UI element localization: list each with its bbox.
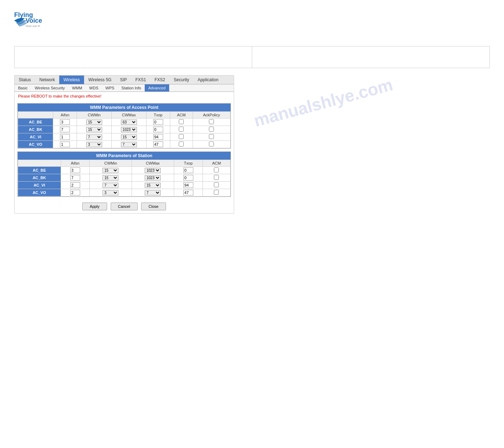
ap-acvi-cwmax[interactable]: 1573163 — [121, 134, 137, 140]
watermark: manualshlye.com — [252, 75, 395, 131]
tab-status[interactable]: Status — [15, 76, 35, 84]
ap-acvo-label: AC_VO — [18, 141, 53, 148]
ap-acbe-txop[interactable] — [153, 119, 163, 125]
wmm-sta-section: WMM Parameters of Station Aifsn CWMin CW… — [17, 151, 231, 197]
ap-acvi-acm-cell — [170, 133, 193, 141]
ap-acvo-aifsn[interactable] — [60, 142, 70, 147]
subtab-wds[interactable]: WDS — [86, 84, 102, 92]
ap-acvi-ackpolicy[interactable] — [209, 134, 214, 139]
ap-acvi-label: AC_VI — [18, 133, 53, 141]
tab-security[interactable]: Security — [170, 76, 193, 84]
ap-acvi-acm[interactable] — [179, 134, 184, 139]
ap-acbe-cwmin[interactable]: 157331631272555111023 — [86, 120, 102, 125]
tab-fxs2[interactable]: FXS2 — [150, 76, 170, 84]
sta-acvo-acm[interactable] — [214, 190, 219, 195]
reboot-notice: Please REBOOT to make the changes effect… — [15, 92, 234, 100]
sta-acbk-cwmax[interactable]: 1023511 — [145, 175, 161, 181]
subtab-advanced[interactable]: Advanced — [145, 84, 169, 92]
sta-acvi-cwmin[interactable]: 7315 — [103, 183, 118, 188]
ap-row-acvi: AC_VI 731531 1573163 — [18, 133, 231, 141]
ap-col-txop: Txop — [146, 112, 170, 118]
sta-acvi-aifsn[interactable] — [70, 182, 80, 188]
ap-acvi-ackpolicy-cell — [193, 133, 230, 141]
ap-acbk-txop[interactable] — [153, 127, 163, 132]
sta-acbk-aifsn[interactable] — [70, 175, 80, 181]
ap-acbk-ackpolicy[interactable] — [209, 127, 214, 132]
sta-acbk-aifsn-cell — [61, 174, 89, 182]
ap-acbk-ackpolicy-cell — [193, 126, 230, 133]
subtab-wps[interactable]: WPS — [102, 84, 118, 92]
sta-acbk-txop[interactable] — [183, 175, 193, 181]
wmm-ap-table: Aifsn CWMin CWMax Txop ACM AckPolicy AC_… — [18, 111, 231, 148]
sta-acvi-aifsn-cell — [61, 182, 89, 189]
tab-fxs1[interactable]: FXS1 — [131, 76, 150, 84]
sta-acbk-cwmax-cell: 1023511 — [132, 174, 174, 182]
subtab-basic[interactable]: Basic — [15, 84, 31, 92]
ap-row-acbe: AC_BE 157331631272555111023 631531127255… — [18, 118, 231, 126]
sta-acvi-cwmax-cell: 15731 — [132, 182, 174, 189]
sta-acbe-cwmax-cell: 102363127 — [132, 167, 174, 174]
sta-acvo-txop[interactable] — [183, 190, 193, 195]
ap-acvo-ackpolicy[interactable] — [209, 142, 214, 146]
sta-acvi-acm[interactable] — [214, 182, 219, 187]
logo: Flying Voice Voice over IP — [14, 7, 53, 35]
sta-acbk-label: AC_BK — [18, 174, 61, 182]
ap-acvi-aifsn[interactable] — [60, 134, 70, 140]
sta-acbe-acm[interactable] — [214, 167, 219, 172]
sta-acvo-aifsn-cell — [61, 189, 89, 197]
logo-svg: Flying Voice Voice over IP — [14, 7, 53, 35]
ap-acbe-txop-cell — [146, 118, 170, 126]
ap-row-acbk: AC_BK 15733163 102363127255511 — [18, 126, 231, 133]
ap-acbk-cwmax[interactable]: 102363127255511 — [121, 127, 137, 132]
ap-acvo-cwmin[interactable]: 3715 — [86, 142, 102, 147]
subtab-wmm[interactable]: WMM — [68, 84, 86, 92]
ap-acbk-acm[interactable] — [179, 127, 184, 132]
tab-wireless5g[interactable]: Wireless 5G — [84, 76, 116, 84]
sta-acbk-cwmin[interactable]: 157 — [103, 175, 118, 181]
ap-acbe-ackpolicy[interactable] — [209, 119, 214, 124]
cancel-button[interactable]: Cancel — [111, 203, 138, 210]
sta-acbk-cwmin-cell: 157 — [90, 174, 132, 182]
subtab-wireless-security[interactable]: Wireless Security — [31, 84, 68, 92]
tab-application[interactable]: Application — [193, 76, 223, 84]
sta-acvi-txop[interactable] — [183, 182, 193, 188]
ap-acvo-cwmax[interactable]: 7315 — [121, 142, 137, 147]
close-button[interactable]: Close — [141, 203, 166, 210]
sta-acvi-cwmax[interactable]: 15731 — [145, 183, 161, 188]
ap-acvo-cwmin-cell: 3715 — [77, 141, 112, 148]
ap-acvi-cwmin-cell: 731531 — [77, 133, 112, 141]
ap-acbk-cwmin[interactable]: 15733163 — [86, 127, 102, 132]
ap-acbe-acm[interactable] — [179, 119, 184, 124]
wmm-sta-header: WMM Parameters of Station — [18, 152, 231, 160]
ap-acbe-ackpolicy-cell — [193, 118, 230, 126]
sta-acvo-aifsn[interactable] — [70, 190, 80, 195]
sta-acvo-cwmin-cell: 371 — [90, 189, 132, 197]
ap-acvi-cwmin[interactable]: 731531 — [86, 134, 102, 140]
sta-acvo-txop-cell — [174, 189, 203, 197]
sta-acbk-txop-cell — [174, 174, 203, 182]
wmm-ap-section: WMM Parameters of Access Point Aifsn CWM… — [17, 103, 231, 149]
sta-acbe-cwmax[interactable]: 102363127 — [145, 168, 161, 173]
ap-acvi-txop[interactable] — [153, 134, 163, 140]
ap-col-aifsn: Aifsn — [53, 112, 77, 118]
sta-col-txop: Txop — [174, 160, 203, 167]
svg-text:Voice: Voice — [26, 17, 42, 24]
sta-acbe-cwmin[interactable]: 15731 — [103, 168, 118, 173]
sta-acvo-cwmin[interactable]: 371 — [103, 190, 118, 195]
tab-network[interactable]: Network — [35, 76, 59, 84]
sta-acvo-cwmax[interactable]: 7315 — [145, 190, 161, 195]
ap-acbk-aifsn[interactable] — [60, 127, 70, 132]
tab-sip[interactable]: SIP — [116, 76, 131, 84]
apply-button[interactable]: Apply — [82, 203, 107, 210]
sta-acvi-label: AC_VI — [18, 182, 61, 189]
tab-wireless[interactable]: Wireless — [59, 76, 84, 84]
ap-acbe-cwmax[interactable]: 6315311272555111023 — [121, 120, 137, 125]
ap-acvo-txop[interactable] — [153, 142, 163, 147]
sta-acbe-txop[interactable] — [183, 167, 193, 173]
subtab-station-info[interactable]: Station Info — [118, 84, 145, 92]
ap-acvo-acm[interactable] — [179, 142, 184, 146]
ap-acvi-aifsn-cell — [53, 133, 77, 141]
ap-acbe-aifsn[interactable] — [60, 119, 70, 125]
sta-acbe-aifsn[interactable] — [70, 167, 80, 173]
sta-acbk-acm[interactable] — [214, 175, 219, 180]
